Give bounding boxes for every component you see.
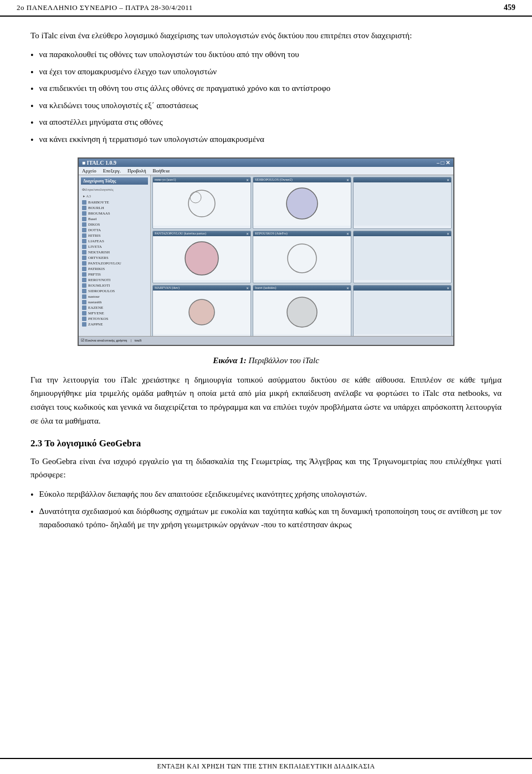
- list-item: Εύκολο περιβάλλον διεπαφής που δεν απαιτ…: [30, 487, 502, 502]
- sidebar-item: LIYETA: [81, 244, 148, 249]
- tile-titlebar: PANTAZOPOYLOU (katerina pantas) ✕: [153, 231, 250, 236]
- sidebar-item: MFYENE: [81, 310, 148, 316]
- circle-display: [182, 239, 221, 278]
- menu-item-edit: Επεξεργ.: [103, 168, 121, 174]
- sidebar-item: nastour: [81, 294, 148, 299]
- sidebar-item: PANTAZOPOYLOU: [81, 261, 148, 266]
- student-icon: [82, 200, 86, 205]
- svg-point-1: [190, 192, 201, 203]
- sidebar-item: DIKOS: [81, 222, 148, 227]
- svg-point-6: [288, 244, 316, 273]
- intro-paragraph: Το iTalc είναι ένα ελεύθερο λογισμικό δι…: [30, 29, 502, 42]
- sidebar-item: SIDROPOULOS: [81, 288, 148, 294]
- circle-display: [284, 186, 320, 222]
- student-icon: [82, 256, 86, 260]
- menu-item-file: Αρχείο: [82, 168, 96, 174]
- sidebar-item: BARBOYTE: [81, 200, 148, 205]
- tile-body: [153, 236, 250, 280]
- student-icon: [82, 261, 86, 266]
- student-icon: [82, 222, 86, 227]
- circle-display: [285, 242, 319, 275]
- tile-body: [153, 182, 250, 226]
- sidebar-header: Διαχείριση Τάξης: [81, 177, 148, 185]
- main-content: Το iTalc είναι ένα ελεύθερο λογισμικό δι…: [0, 17, 532, 548]
- tile-body: [253, 236, 351, 280]
- screen-tile-5: REPOUSKOS (AdeFro) ✕: [253, 231, 351, 283]
- sidebar-item: LIAFEAS: [81, 238, 148, 244]
- sidebar-item: HITRIS: [81, 233, 148, 238]
- list-item: να επιδεικνύει τη οθόνη του στις άλλες ο…: [30, 82, 502, 96]
- student-icon: [82, 305, 86, 310]
- geogebra-intro-para: Το GeoGebra είναι ένα ισχυρό εργαλείο γι…: [30, 455, 502, 482]
- tile-body: [253, 291, 351, 334]
- page-header: 2ο ΠΑΝΕΛΛΗΝΙΟ ΣΥΝΕΔΡΙΟ – ΠΑΤΡΑ 28-30/4/2…: [0, 0, 532, 17]
- student-icon: [82, 272, 86, 277]
- sidebar-item: nastasith: [81, 299, 148, 305]
- sidebar-item: REROYNOTI: [81, 277, 148, 283]
- tile-titlebar: Isuret (tashides) ✕: [253, 286, 351, 291]
- screen-tile-8: Isuret (tashides) ✕: [253, 285, 351, 338]
- svg-point-0: [188, 190, 215, 217]
- figure-caption-text: Περιβάλλον του iTalc: [248, 356, 319, 365]
- italc-window: ■ ITALC 1.0.9 – □ ✕ Αρχείο Επεξεργ. Προβ…: [79, 159, 453, 345]
- figure-caption: Εικόνα 1: Περιβάλλον του iTalc: [30, 356, 502, 365]
- list-item: να παρακολουθεί τις οθόνες των υπολογιστ…: [30, 48, 502, 63]
- circle-display: [284, 294, 320, 330]
- bullet-list-geogebra: Εύκολο περιβάλλον διεπαφής που δεν απαιτ…: [30, 487, 502, 531]
- student-icon: [82, 245, 86, 249]
- sidebar-item: ORTYKERS: [81, 255, 148, 261]
- student-icon: [82, 211, 86, 216]
- screen-tile-4: PANTAZOPOYLOU (katerina pantas) ✕: [152, 231, 251, 283]
- italc-description-para: Για την λειτουργία του iTalc χρειάστηκε …: [30, 373, 502, 428]
- italc-window-title: ■ ITALC 1.0.9: [82, 160, 116, 166]
- tile-body: [153, 291, 250, 334]
- student-icon: [82, 317, 86, 321]
- figure-caption-bold: Εικόνα 1:: [213, 356, 247, 365]
- sidebar-item: ZAPPNE: [81, 322, 148, 327]
- tile-titlebar: MARFVAN (thev) ✕: [153, 286, 250, 291]
- tile-titlebar: ✕: [354, 231, 451, 236]
- student-icon: [82, 228, 86, 232]
- list-item: Δυνατότητα σχεδιασμού και διόρθωσης σχημ…: [30, 505, 502, 531]
- sidebar-filter: Φίλτρο/υπολογιστές: [81, 186, 148, 193]
- sidebar-group: ▸ A3: [81, 194, 148, 198]
- sidebar-item: BOURLH: [81, 205, 148, 211]
- screen-tile-1: mme-yo (user1) ✕: [152, 177, 251, 230]
- italc-menubar: Αρχείο Επεξεργ. Προβολή Βοήθεια: [79, 167, 453, 175]
- italc-sidebar: Διαχείριση Τάξης Φίλτρο/υπολογιστές ▸ A3…: [79, 175, 151, 339]
- menu-item-help: Βοήθεια: [153, 168, 170, 174]
- student-icon: [82, 300, 86, 304]
- tile-titlebar: mme-yo (user1) ✕: [153, 177, 250, 182]
- sidebar-item: DOTTA: [81, 227, 148, 233]
- footer-text: ΕΝΤΑΞΗ ΚΑΙ ΧΡΗΣΗ ΤΩΝ ΤΠΕ ΣΤΗΝ ΕΚΠΑΙΔΕΥΤΙ…: [157, 762, 375, 770]
- student-icon: [82, 322, 86, 327]
- sidebar-item: NEKTARISH: [81, 249, 148, 255]
- student-icon: [82, 294, 86, 299]
- screen-tile-7: MARFVAN (thev) ✕: [152, 285, 251, 338]
- student-icon: [82, 217, 86, 221]
- tile-titlebar: SEHROPOULOS (Owner2) ✕: [253, 177, 351, 182]
- tile-titlebar: REPOUSKOS (AdeFro) ✕: [253, 231, 351, 236]
- page-footer: ΕΝΤΑΞΗ ΚΑΙ ΧΡΗΣΗ ΤΩΝ ΤΠΕ ΣΤΗΝ ΕΚΠΑΙΔΕΥΤΙ…: [0, 758, 532, 774]
- italc-window-controls: – □ ✕: [437, 160, 450, 166]
- student-icon: [82, 278, 86, 282]
- sidebar-item: ROUMLIOTI: [81, 283, 148, 288]
- student-icon: [82, 267, 86, 271]
- tile-titlebar: ✕: [354, 177, 451, 182]
- list-item: να έχει τον απομακρυσμένο έλεγχο των υπο…: [30, 65, 502, 80]
- italc-screenshot: ■ ITALC 1.0.9 – □ ✕ Αρχείο Επεξεργ. Προβ…: [78, 157, 454, 346]
- sidebar-item: PATRIKIS: [81, 266, 148, 272]
- sidebar-item: PRFTIS: [81, 272, 148, 277]
- screen-tile-2: SEHROPOULOS (Owner2) ✕: [253, 177, 351, 230]
- student-icon: [82, 283, 86, 288]
- list-item: να κάνει εκκίνηση ή τερματισμό των υπολο…: [30, 133, 502, 147]
- screen-tile-6: ✕: [353, 231, 452, 283]
- section-heading-geogebra: 2.3 Το λογισμικό GeoGebra: [30, 438, 502, 449]
- header-title: 2ο ΠΑΝΕΛΛΗΝΙΟ ΣΥΝΕΔΡΙΟ – ΠΑΤΡΑ 28-30/4/2…: [17, 3, 193, 12]
- page-container: 2ο ΠΑΝΕΛΛΗΝΙΟ ΣΥΝΕΔΡΙΟ – ΠΑΤΡΑ 28-30/4/2…: [0, 0, 532, 774]
- sidebar-item: Βasel: [81, 216, 148, 222]
- italc-statusbar: ☑ Εικόνα αναλυτικής χρήστη | touS: [79, 336, 453, 345]
- list-item: να κλειδώνει τους υπολογιστές εξ΄ αποστά…: [30, 99, 502, 114]
- circle-display: [187, 189, 217, 219]
- bullet-list-features: να παρακολουθεί τις οθόνες των υπολογιστ…: [30, 48, 502, 147]
